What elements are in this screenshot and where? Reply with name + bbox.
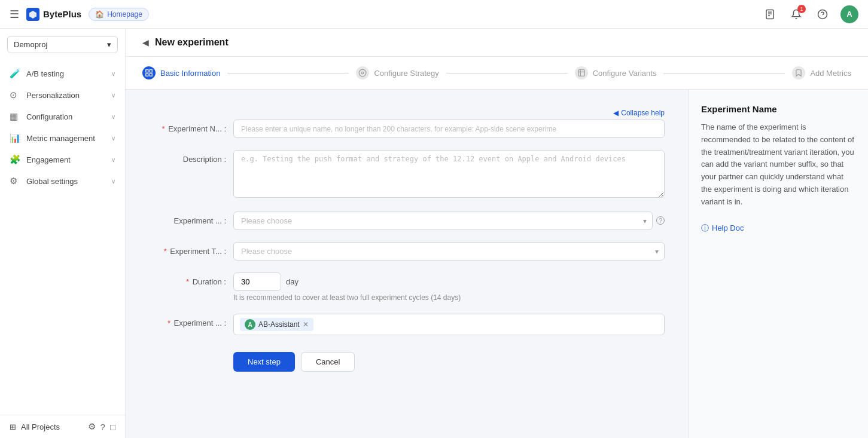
experiment-name-input[interactable] <box>233 120 665 138</box>
chevron-down-icon: ▾ <box>107 40 111 49</box>
docs-icon[interactable] <box>762 6 778 23</box>
owner-name: AB-Assistant <box>258 320 300 329</box>
experiment-owner-row: * Experiment ... : A AB-Assistant ✕ <box>150 314 665 335</box>
svg-marker-0 <box>29 11 36 19</box>
step-label-basic-info: Basic Information <box>160 69 220 78</box>
step-label-add-metrics: Add Metrics <box>810 69 851 78</box>
next-step-button[interactable]: Next step <box>233 352 295 372</box>
duration-label: * Duration : <box>150 272 233 286</box>
menu-hamburger-icon[interactable]: ☰ <box>10 8 19 21</box>
form-panel: ◀ Collapse help * Experiment N... : <box>126 90 689 438</box>
duration-hint: It is recommended to cover at least two … <box>233 293 665 302</box>
experiment-type-row: * Experiment T... : Please choose ▾ <box>150 242 665 261</box>
sidebar-item-ab-testing[interactable]: 🧪 A/B testing ∨ <box>0 63 125 84</box>
step-line-1 <box>227 73 349 73</box>
owner-tag: A AB-Assistant ✕ <box>240 318 313 331</box>
svg-rect-7 <box>146 70 148 72</box>
logo-text: BytePlus <box>43 9 81 19</box>
configuration-icon: ▦ <box>10 111 20 122</box>
experiment-name-label: * Experiment N... : <box>150 120 233 133</box>
stepper: Basic Information Configure Strategy Con… <box>126 57 868 90</box>
homepage-label: Homepage <box>107 10 142 19</box>
sidebar-item-global-settings[interactable]: ⚙ Global settings ∨ <box>0 170 125 192</box>
back-button[interactable]: ◀ <box>142 38 149 47</box>
sidebar-item-label: Global settings <box>26 177 105 186</box>
page-title: New experiment <box>155 37 229 48</box>
project-selector[interactable]: Demoproj ▾ <box>7 36 118 53</box>
chevron-icon: ∨ <box>111 92 115 99</box>
collapse-help-button[interactable]: ◀ Collapse help <box>613 109 665 117</box>
step-icon-configure-variants <box>575 66 588 79</box>
sidebar-item-configuration[interactable]: ▦ Configuration ∨ <box>0 106 125 127</box>
sidebar-item-label: Personalization <box>26 91 105 100</box>
step-label-configure-strategy: Configure Strategy <box>374 69 438 78</box>
owner-remove-button[interactable]: ✕ <box>303 320 309 329</box>
chevron-icon: ∨ <box>111 114 115 120</box>
experiment-mode-label: Experiment ... : <box>150 212 233 225</box>
step-configure-strategy[interactable]: Configure Strategy <box>356 66 438 79</box>
help-panel-title: Experiment Name <box>701 104 856 114</box>
global-settings-icon: ⚙ <box>10 176 20 186</box>
experiment-mode-row: Experiment ... : Please choose ▾ ? <box>150 212 665 230</box>
top-navigation: ☰ BytePlus 🏠 Homepage 1 A <box>0 0 868 29</box>
sidebar-item-personalization[interactable]: ⊙ Personalization ∨ <box>0 84 125 106</box>
sidebar-item-metric-management[interactable]: 📊 Metric management ∨ <box>0 127 125 149</box>
experiment-type-control: Please choose ▾ <box>233 242 665 261</box>
sidebar-item-label: Engagement <box>26 155 105 164</box>
svg-point-11 <box>360 69 367 76</box>
description-input[interactable] <box>233 150 665 198</box>
metric-management-icon: 📊 <box>10 133 20 143</box>
homepage-badge[interactable]: 🏠 Homepage <box>89 8 149 21</box>
notification-icon[interactable]: 1 <box>788 6 805 23</box>
help-panel-text: The name of the experiment is recommende… <box>701 121 856 209</box>
experiment-owner-label: * Experiment ... : <box>150 314 233 327</box>
chevron-icon: ∨ <box>111 135 115 142</box>
step-icon-add-metrics <box>792 66 805 79</box>
owner-tag-input[interactable]: A AB-Assistant ✕ <box>233 314 665 335</box>
cancel-button[interactable]: Cancel <box>301 352 355 372</box>
help-doc-label: Help Doc <box>712 223 744 232</box>
svg-rect-8 <box>150 70 152 72</box>
personalization-icon: ⊙ <box>10 90 20 100</box>
avatar[interactable]: A <box>840 5 858 23</box>
help-doc-icon: ⓘ <box>701 223 709 234</box>
home-icon: 🏠 <box>95 10 104 19</box>
all-projects-link[interactable]: ⊞ All Projects <box>10 422 83 431</box>
step-basic-info[interactable]: Basic Information <box>142 66 220 79</box>
experiment-type-select[interactable]: Please choose <box>233 242 665 261</box>
experiment-mode-info-icon[interactable]: ? <box>656 216 665 225</box>
layout-footer-icon[interactable]: □ <box>110 422 115 432</box>
experiment-name-row: * Experiment N... : <box>150 120 665 138</box>
owner-avatar: A <box>245 319 255 330</box>
chevron-icon: ∨ <box>111 157 115 163</box>
chevron-icon: ∨ <box>111 71 115 77</box>
logo: BytePlus <box>26 8 81 21</box>
step-configure-variants[interactable]: Configure Variants <box>575 66 657 79</box>
step-icon-basic-info <box>142 66 156 79</box>
main-content: ◀ New experiment Basic Information Confi… <box>126 29 868 438</box>
help-doc-link[interactable]: ⓘ Help Doc <box>701 223 856 234</box>
settings-footer-icon[interactable]: ⚙ <box>88 421 96 432</box>
experiment-mode-control: Please choose ▾ <box>233 212 653 230</box>
content-area: ◀ Collapse help * Experiment N... : <box>126 90 868 438</box>
experiment-type-label: * Experiment T... : <box>150 242 233 256</box>
duration-input[interactable] <box>233 272 281 291</box>
collapse-help-bar: ◀ Collapse help <box>150 104 665 120</box>
step-add-metrics[interactable]: Add Metrics <box>792 66 851 79</box>
ab-testing-icon: 🧪 <box>10 68 20 79</box>
sidebar-item-label: Metric management <box>26 134 105 143</box>
help-icon[interactable] <box>814 6 831 23</box>
logo-icon <box>26 8 39 21</box>
help-footer-icon[interactable]: ? <box>100 422 105 432</box>
experiment-mode-select[interactable]: Please choose <box>233 212 653 230</box>
sidebar-footer: ⊞ All Projects ⚙ ? □ <box>0 415 125 438</box>
sidebar-item-engagement[interactable]: 🧩 Engagement ∨ <box>0 149 125 170</box>
step-line-3 <box>663 73 785 73</box>
duration-unit-label: day <box>286 277 299 286</box>
sidebar-header: Demoproj ▾ <box>0 29 125 60</box>
experiment-owner-control: A AB-Assistant ✕ <box>233 314 665 335</box>
step-icon-configure-strategy <box>356 66 369 79</box>
sidebar-item-label: Configuration <box>26 112 105 121</box>
collapse-chevron-icon: ◀ <box>613 109 619 117</box>
sidebar-item-label: A/B testing <box>26 69 105 78</box>
